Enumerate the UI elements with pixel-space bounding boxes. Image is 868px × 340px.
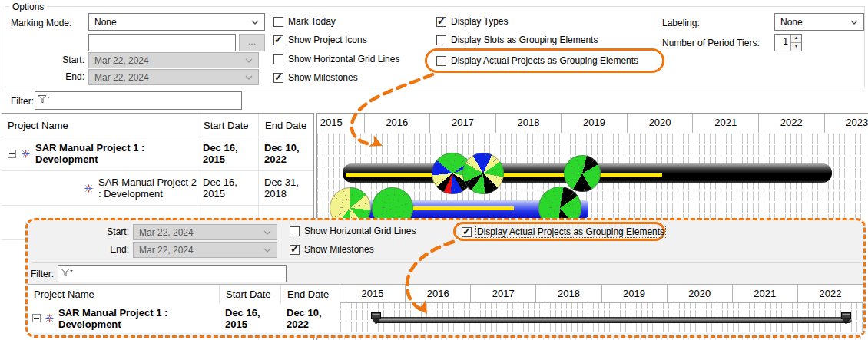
column-header-end-date[interactable]: End Date	[258, 114, 313, 137]
start-date-value: Mar 22, 2024	[94, 55, 149, 66]
timeline-year: 2019	[602, 285, 668, 302]
timeline-year: 2020	[628, 114, 694, 133]
inset-start-date-value: Mar 22, 2024	[139, 227, 194, 238]
application-window: Options Marking Mode: None ... Start: Ma…	[0, 0, 868, 340]
inset-filter-label: Filter:	[31, 269, 54, 279]
chevron-down-icon	[850, 20, 858, 25]
display-slots-label: Display Slots as Grouping Elements	[451, 35, 598, 45]
marking-mode-value: None	[94, 17, 117, 28]
marking-value-input[interactable]	[88, 34, 236, 51]
display-types-label: Display Types	[451, 16, 508, 27]
timeline-year: 2021	[693, 114, 759, 133]
period-tiers-spinner[interactable]: 1 ▲▼	[774, 34, 802, 51]
inset-display-actual-projects-checkbox[interactable]	[462, 227, 472, 237]
mark-today-checkbox[interactable]	[273, 17, 283, 27]
chevron-down-icon	[245, 75, 253, 80]
mark-today-label: Mark Today	[288, 16, 336, 27]
spinner-up-button[interactable]: ▲	[791, 35, 801, 42]
status-pie-chart[interactable]	[564, 155, 601, 192]
filter-label: Filter:	[11, 96, 34, 107]
timeline-year: 2022	[759, 114, 825, 133]
marking-mode-label: Marking Mode:	[11, 18, 71, 28]
labeling-label: Labeling:	[662, 18, 700, 28]
display-actual-projects-label: Display Actual Projects as Grouping Elem…	[451, 55, 638, 66]
inset-filter-input[interactable]	[58, 265, 287, 282]
end-date-cell: Dec 10, 2022	[258, 137, 313, 170]
groupbox-bottom-border	[32, 262, 862, 263]
timeline-year: 2023	[825, 114, 868, 133]
end-date-select: Mar 22, 2024	[88, 69, 259, 85]
after-state-inset-panel: Start: Mar 22, 2024 End: Mar 22, 2024 Sh…	[25, 218, 866, 338]
timeline-header: 201520162017201820192020202120222023	[316, 114, 868, 134]
chevron-down-icon	[251, 20, 259, 25]
inset-end-date-select: Mar 22, 2024	[133, 242, 277, 258]
chevron-down-icon	[263, 230, 271, 235]
inset-end-label: End:	[68, 244, 129, 255]
project-sparkle-icon	[21, 149, 31, 159]
display-actual-projects-checkbox[interactable]	[436, 56, 446, 66]
inset-end-date-value: Mar 22, 2024	[139, 245, 194, 256]
filter-funnel-icon	[61, 268, 74, 279]
inset-timeline-header: 20152016201720182019202020212022	[340, 284, 863, 303]
period-tiers-value: 1	[775, 35, 790, 51]
table-row[interactable]: SAR Manual Project 1 : Development Dec 1…	[28, 303, 340, 333]
timeline-year: 2015	[316, 114, 365, 133]
labeling-value: None	[780, 17, 803, 28]
inset-start-label: Start:	[68, 226, 129, 237]
inset-table-header-row: Project Name Start Date End Date	[28, 284, 340, 305]
project-sparkle-icon	[84, 183, 94, 193]
timeline-year: 2018	[496, 114, 562, 133]
table-header-row: Project Name Start Date End Date	[2, 114, 313, 137]
column-header-project-name[interactable]: Project Name	[28, 285, 219, 304]
show-project-icons-label: Show Project Icons	[288, 35, 367, 45]
end-date-cell: Dec 10, 2022	[280, 303, 340, 333]
timeline-year: 2019	[562, 114, 628, 133]
show-project-icons-checkbox[interactable]	[273, 35, 283, 45]
timeline-year: 2021	[733, 285, 798, 302]
column-header-end-date[interactable]: End Date	[280, 285, 340, 304]
collapse-toggle-icon[interactable]	[32, 314, 41, 322]
project-name: SAR Manual Project 2 : Development	[98, 177, 197, 200]
show-horizontal-grid-lines-checkbox[interactable]	[273, 54, 283, 64]
start-date-cell: Dec 16, 2015	[219, 303, 280, 333]
filter-input[interactable]	[35, 91, 242, 110]
project-name: SAR Manual Project 1 : Development	[35, 142, 197, 165]
project-name: SAR Manual Project 1 : Development	[58, 307, 219, 330]
timeline-year: 2017	[430, 114, 496, 133]
inset-display-actual-projects-label: Display Actual Projects as Grouping Elem…	[476, 226, 665, 237]
marking-mode-select[interactable]: None	[88, 13, 265, 31]
start-date-cell: Dec 16, 2015	[197, 171, 258, 205]
start-label: Start:	[54, 54, 84, 65]
options-groupbox-title: Options	[9, 2, 47, 12]
inset-show-horizontal-grid-lines-checkbox[interactable]	[290, 226, 300, 236]
show-milestones-checkbox[interactable]	[273, 73, 283, 83]
labeling-select[interactable]: None	[774, 13, 864, 31]
table-row[interactable]: SAR Manual Project 2 : Development Dec 1…	[2, 171, 313, 206]
column-header-start-date[interactable]: Start Date	[219, 285, 280, 304]
show-horizontal-grid-lines-label: Show Horizontal Grid Lines	[288, 54, 399, 64]
end-label: End:	[54, 71, 84, 82]
inset-show-horizontal-grid-lines-label: Show Horizontal Grid Lines	[304, 226, 416, 236]
show-milestones-label: Show Milestones	[288, 72, 358, 83]
display-slots-checkbox[interactable]	[436, 35, 446, 45]
timeline-year: 2018	[536, 285, 601, 302]
inset-start-date-select: Mar 22, 2024	[133, 224, 277, 240]
spinner-down-button[interactable]: ▼	[791, 42, 801, 51]
inset-gantt-bar[interactable]	[375, 317, 852, 323]
table-row[interactable]: SAR Manual Project 1 : Development Dec 1…	[2, 137, 313, 171]
end-date-value: Mar 22, 2024	[94, 72, 149, 83]
end-date-cell: Dec 31, 2018	[258, 171, 313, 205]
inset-show-milestones-checkbox[interactable]	[290, 245, 300, 255]
column-header-start-date[interactable]: Start Date	[197, 114, 258, 137]
start-date-select: Mar 22, 2024	[88, 52, 259, 68]
timeline-year: 2016	[406, 285, 471, 302]
timeline-year: 2022	[798, 285, 863, 302]
collapse-toggle-icon[interactable]	[8, 150, 16, 158]
display-types-checkbox[interactable]	[436, 17, 446, 27]
timeline-year: 2016	[365, 114, 431, 133]
timeline-year: 2020	[668, 285, 733, 302]
status-pie-chart[interactable]	[462, 153, 504, 194]
column-header-project-name[interactable]: Project Name	[2, 114, 197, 137]
browse-button[interactable]: ...	[239, 34, 265, 51]
chevron-down-icon	[245, 58, 253, 63]
